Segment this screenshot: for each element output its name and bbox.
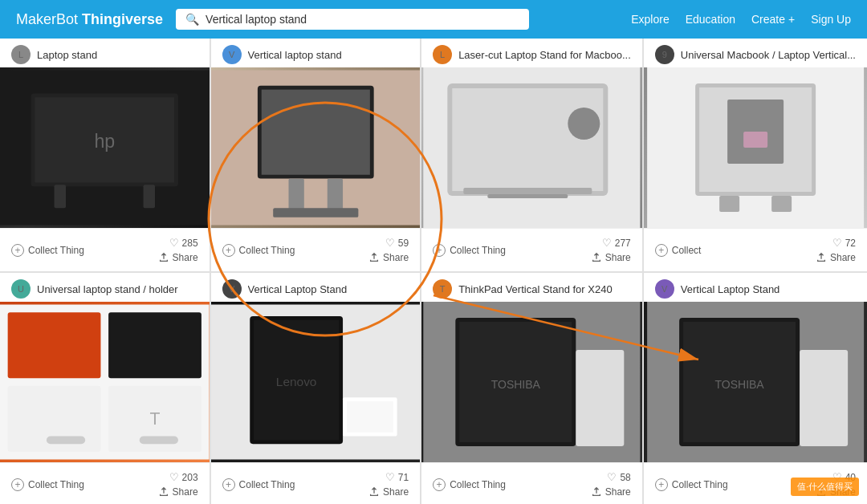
card-vertical-laptop-stand[interactable]: V Vertical laptop stand + Collect Thing [211,39,421,271]
nav-education[interactable]: Education [686,13,735,26]
collect-button[interactable]: + Collect Thing [11,241,84,260]
share-row[interactable]: Share [591,486,631,498]
share-label: Share [605,252,631,263]
card-footer: + Collect Thing ♡ 59 Share [211,228,421,271]
svg-text:T: T [150,409,161,428]
collect-button[interactable]: + Collect Thing [222,241,295,260]
card-universal-holder[interactable]: U Universal laptop stand / holder T [0,273,210,504]
card-grid: L Laptop stand hp + Collect Thing [0,39,867,504]
actions-right: ♡ 59 Share [368,237,409,263]
plus-icon: + [11,244,24,257]
card-image [421,67,642,228]
plus-icon: + [433,244,446,257]
like-row[interactable]: ♡ 71 [385,471,409,483]
nav-explore[interactable]: Explore [631,13,669,26]
actions-right: ♡ 72 Share [816,237,856,263]
card-thinkpad-stand[interactable]: T ThinkPad Vertical Stand for X240 TOSHI… [421,273,642,504]
card-header: T ThinkPad Vertical Stand for X240 [421,273,642,302]
share-icon [368,486,380,498]
collect-button[interactable]: + Collect Thing [655,475,728,494]
share-label: Share [383,252,409,263]
card-title: ThinkPad Vertical Stand for X240 [458,283,613,295]
card-footer: + Collect Thing ♡ 277 Share [421,228,642,271]
svg-rect-8 [261,90,369,175]
like-row[interactable]: ♡ 285 [169,237,198,249]
card-laptop-stand[interactable]: L Laptop stand hp + Collect Thing [0,39,210,271]
svg-rect-17 [487,194,568,198]
share-row[interactable]: Share [158,252,198,263]
card-universal-macbook[interactable]: 9 Universal Macbook / Laptop Vertical...… [644,39,867,271]
share-label: Share [605,486,631,498]
card-header: L Laptop stand [0,39,210,67]
svg-text:Lenovo: Lenovo [275,375,316,388]
avatar: U [11,279,31,299]
card-image: hp [0,67,210,228]
card-grid-wrapper: L Laptop stand hp + Collect Thing [0,39,867,504]
share-row[interactable]: Share [158,486,198,498]
heart-icon: ♡ [169,471,179,483]
card-title: Vertical laptop stand [248,49,342,61]
like-row[interactable]: ♡ 59 [385,237,409,249]
share-label: Share [173,486,198,498]
svg-rect-10 [327,179,342,210]
share-row[interactable]: Share [591,252,631,263]
svg-rect-22 [719,196,739,212]
card-title: Laser-cut Laptop Stand for Macboo... [458,49,631,61]
avatar: T [433,279,452,299]
nav-create[interactable]: Create + [751,13,795,26]
avatar: V [222,279,242,299]
collect-label: Collect Thing [28,245,84,256]
card-header: V Vertical Laptop Stand [644,273,867,302]
like-row[interactable]: ♡ 277 [602,237,631,249]
heart-icon: ♡ [385,237,395,249]
like-row[interactable]: ♡ 203 [169,471,198,483]
share-icon [591,252,602,263]
share-row[interactable]: Share [368,486,409,498]
card-header: V Vertical Laptop Stand [211,273,421,302]
like-count: 59 [398,238,409,249]
collect-button[interactable]: + Collect [655,241,702,260]
card-vertical-laptop-stand-3[interactable]: V Vertical Laptop Stand TOSHIBA + Collec… [644,273,867,504]
collect-button[interactable]: + Collect Thing [433,475,506,494]
search-bar[interactable]: 🔍 [176,9,529,30]
heart-icon: ♡ [385,471,395,483]
plus-icon: + [222,244,235,257]
collect-label: Collect Thing [450,245,506,256]
share-row[interactable]: Share [816,252,856,263]
card-vertical-laptop-stand-2[interactable]: V Vertical Laptop Stand Lenovo + Collect… [211,273,421,504]
collect-button[interactable]: + Collect Thing [222,475,295,494]
collect-label: Collect Thing [239,479,295,490]
card-title: Vertical Laptop Stand [681,283,780,295]
heart-icon: ♡ [602,237,612,249]
card-header: 9 Universal Macbook / Laptop Vertical... [644,39,867,67]
card-footer: + Collect Thing ♡ 203 Share [0,462,210,504]
svg-rect-31 [47,437,85,445]
nav-signup[interactable]: Sign Up [811,13,851,26]
collect-label: Collect Thing [672,479,728,490]
avatar: V [222,45,242,64]
svg-point-15 [568,108,600,140]
share-label: Share [830,252,856,263]
card-header: V Vertical laptop stand [211,39,421,67]
collect-button[interactable]: + Collect Thing [433,241,506,260]
like-count: 285 [182,238,198,249]
share-row[interactable]: Share [368,252,409,263]
share-icon [368,252,380,263]
plus-icon: + [788,13,795,26]
svg-rect-43 [576,350,624,446]
logo-bold: Thingiverse [82,11,163,27]
share-icon [816,252,827,263]
svg-rect-4 [55,185,66,208]
card-laser-cut-stand[interactable]: L Laser-cut Laptop Stand for Macboo... +… [421,39,642,271]
svg-text:hp: hp [94,131,115,152]
collect-button[interactable]: + Collect Thing [11,475,84,494]
logo: MakerBot Thingiverse [16,11,163,28]
card-footer: + Collect Thing ♡ 71 Share [211,462,421,504]
like-row[interactable]: ♡ 58 [607,471,630,483]
logo-thin: MakerBot [16,11,82,27]
share-label: Share [383,486,409,498]
collect-label: Collect Thing [450,479,506,490]
like-row[interactable]: ♡ 72 [832,237,856,249]
share-icon [591,486,602,498]
search-input[interactable] [206,13,519,26]
